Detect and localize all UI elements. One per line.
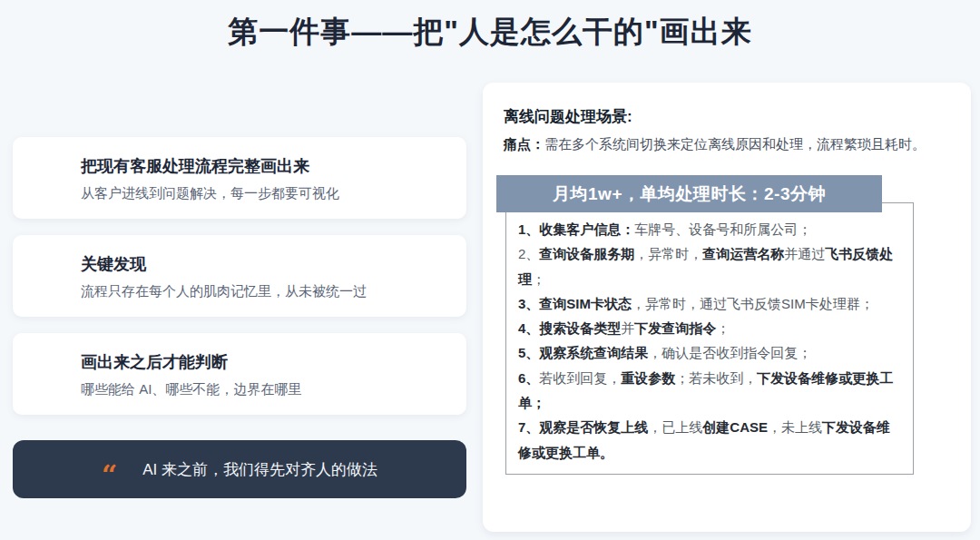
card-subtitle: 从客户进线到问题解决，每一步都要可视化 xyxy=(81,185,448,202)
process-step: 5、观察系统查询结果，确认是否收到指令回复； xyxy=(518,340,901,365)
process-steps-box: 1、收集客户信息：车牌号、设备号和所属公司；2、查询设备服务期，异常时，查询运营… xyxy=(505,202,914,475)
step-segment: 5、观察系统查询结果 xyxy=(518,345,648,360)
card-judgement: 画出来之后才能判断 哪些能给 AI、哪些不能，边界在哪里 xyxy=(13,333,466,415)
step-segment: 6、 xyxy=(518,370,539,386)
step-segment: 4、搜索设备类型 xyxy=(518,320,621,336)
offline-scenario-panel: 离线问题处理场景: 痛点：需在多个系统间切换来定位离线原因和处理，流程繁琐且耗时… xyxy=(483,83,971,532)
process-step: 2、查询设备服务期，异常时，查询运营名称并通过飞书反馈处理； xyxy=(518,241,901,291)
process-step: 6、若收到回复，重设参数；若未收到，下发设备维修或更换工单； xyxy=(518,366,901,416)
step-segment: 若收到回复， xyxy=(539,370,621,386)
step-segment: 车牌号、设备号和所属公司； xyxy=(634,221,811,237)
step-segment: 2、 xyxy=(518,246,539,261)
process-step: 4、搜索设备类型并下发查询指令； xyxy=(518,316,901,340)
content-area: 把现有客服处理流程完整画出来 从客户进线到问题解决，每一步都要可视化 关键发现 … xyxy=(0,83,980,532)
step-segment: ； xyxy=(716,320,730,336)
pain-point-text: 需在多个系统间切换来定位离线原因和处理，流程繁琐且耗时。 xyxy=(544,136,926,152)
step-segment: ；若未收到， xyxy=(675,370,757,386)
card-subtitle: 流程只存在每个人的肌肉记忆里，从未被统一过 xyxy=(81,283,448,300)
quote-text: AI 来之前，我们得先对齐人的做法 xyxy=(142,459,377,480)
step-segment: 1、收集客户信息： xyxy=(518,221,634,237)
card-subtitle: 哪些能给 AI、哪些不能，边界在哪里 xyxy=(81,381,448,398)
step-segment: ，异常时，通过飞书反馈SIM卡处理群； xyxy=(632,296,874,311)
card-title: 把现有客服处理流程完整画出来 xyxy=(81,155,448,177)
step-segment: ，已上线 xyxy=(648,419,702,435)
card-process-drawing: 把现有客服处理流程完整画出来 从客户进线到问题解决，每一步都要可视化 xyxy=(13,137,466,219)
step-segment: 查询运营名称 xyxy=(702,246,784,261)
step-segment: 下发查询指令 xyxy=(634,320,716,336)
quote-banner: “ AI 来之前，我们得先对齐人的做法 xyxy=(13,440,466,498)
process-step: 7、观察是否恢复上线，已上线创建CASE，未上线下发设备维修或更换工单。 xyxy=(518,415,901,465)
card-title: 关键发现 xyxy=(81,253,448,275)
page-title: 第一件事——把"人是怎么干的"画出来 xyxy=(0,0,980,53)
step-segment: 创建CASE xyxy=(702,419,768,435)
step-segment: 并 xyxy=(621,320,634,336)
pain-point-label: 痛点： xyxy=(504,136,544,152)
step-segment: ，确认是否收到指令回复； xyxy=(648,345,811,360)
step-segment: 重设参数 xyxy=(621,370,675,386)
card-key-finding: 关键发现 流程只存在每个人的肌肉记忆里，从未被统一过 xyxy=(13,235,466,317)
stats-banner: 月均1w+，单均处理时长：2-3分钟 xyxy=(496,175,882,212)
process-step: 3、查询SIM卡状态，异常时，通过飞书反馈SIM卡处理群； xyxy=(518,291,901,316)
step-segment: 7、观察是否恢复上线 xyxy=(518,419,648,435)
step-segment: 查询设备服务期 xyxy=(539,246,634,261)
pain-point-line: 痛点：需在多个系统间切换来定位离线原因和处理，流程繁琐且耗时。 xyxy=(504,136,951,153)
left-column: 把现有客服处理流程完整画出来 从客户进线到问题解决，每一步都要可视化 关键发现 … xyxy=(13,83,466,532)
step-segment: 并通过 xyxy=(784,246,825,261)
step-segment: 3、查询SIM卡状态 xyxy=(518,296,632,311)
card-title: 画出来之后才能判断 xyxy=(81,351,448,373)
step-segment: ，未上线 xyxy=(768,419,822,435)
process-step: 1、收集客户信息：车牌号、设备号和所属公司； xyxy=(518,217,901,241)
panel-header: 离线问题处理场景: xyxy=(504,106,951,127)
step-segment: ； xyxy=(532,271,545,287)
step-segment: ，异常时， xyxy=(634,246,702,261)
